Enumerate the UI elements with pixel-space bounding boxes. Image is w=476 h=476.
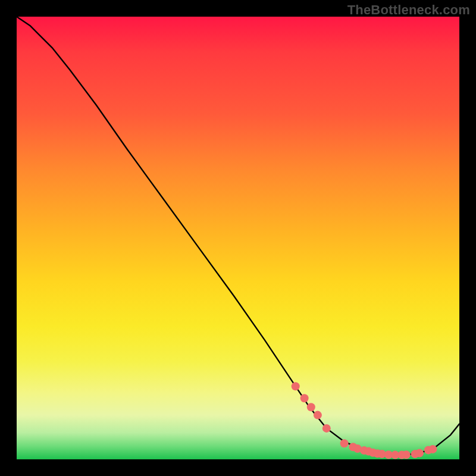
bottleneck-curve — [17, 17, 459, 455]
curve-dot — [402, 450, 411, 459]
curve-dot — [314, 411, 322, 419]
curve-dots-group — [292, 382, 437, 459]
curve-dot — [340, 439, 349, 447]
curve-dot — [307, 403, 315, 411]
curve-layer — [17, 17, 459, 459]
plot-area — [17, 17, 459, 459]
brand-watermark: TheBottleneck.com — [347, 2, 470, 18]
chart-stage: TheBottleneck.com — [0, 0, 476, 476]
curve-dot — [292, 382, 300, 390]
curve-dot — [428, 445, 437, 453]
curve-dot — [322, 424, 331, 433]
curve-dot — [300, 394, 309, 402]
curve-dot — [415, 449, 424, 458]
